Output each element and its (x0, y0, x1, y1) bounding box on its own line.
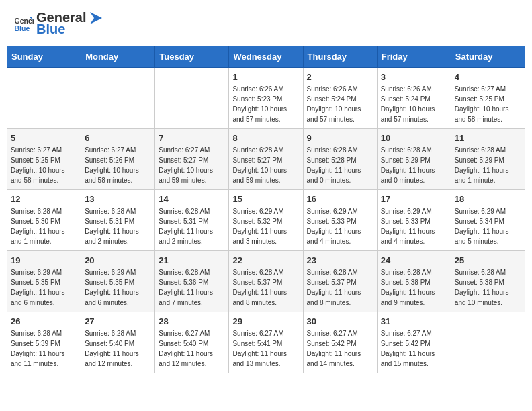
calendar-cell: 31Sunrise: 6:27 AMSunset: 5:42 PMDayligh… (377, 312, 451, 373)
daylight-text: Daylight: 10 hours and 57 minutes. (307, 104, 373, 124)
sunrise-text: Sunrise: 6:28 AM (307, 267, 373, 277)
weekday-header-row: SundayMondayTuesdayWednesdayThursdayFrid… (7, 46, 525, 68)
day-number: 2 (307, 72, 373, 82)
day-info: Sunrise: 6:29 AMSunset: 5:35 PMDaylight:… (11, 267, 77, 308)
sunrise-text: Sunrise: 6:29 AM (232, 206, 299, 216)
day-info: Sunrise: 6:28 AMSunset: 5:31 PMDaylight:… (85, 206, 151, 246)
calendar-cell: 5Sunrise: 6:27 AMSunset: 5:25 PMDaylight… (7, 129, 81, 190)
sunrise-text: Sunrise: 6:27 AM (11, 145, 77, 155)
sunset-text: Sunset: 5:37 PM (307, 277, 373, 287)
daylight-text: Daylight: 11 hours and 8 minutes. (307, 287, 373, 308)
daylight-text: Daylight: 11 hours and 2 minutes. (159, 226, 225, 246)
sunrise-text: Sunrise: 6:27 AM (232, 328, 299, 338)
daylight-text: Daylight: 11 hours and 1 minute. (11, 226, 77, 246)
day-info: Sunrise: 6:28 AMSunset: 5:40 PMDaylight:… (85, 328, 151, 369)
sunset-text: Sunset: 5:28 PM (307, 155, 373, 165)
page-header: General Blue General Blue (7, 7, 525, 40)
sunrise-text: Sunrise: 6:28 AM (11, 328, 77, 338)
sunrise-text: Sunrise: 6:28 AM (307, 145, 373, 155)
day-info: Sunrise: 6:29 AMSunset: 5:35 PMDaylight:… (85, 267, 151, 308)
day-info: Sunrise: 6:27 AMSunset: 5:42 PMDaylight:… (381, 328, 447, 369)
daylight-text: Daylight: 10 hours and 59 minutes. (232, 165, 299, 185)
sunset-text: Sunset: 5:40 PM (159, 338, 225, 349)
daylight-text: Daylight: 11 hours and 4 minutes. (381, 226, 447, 246)
sunset-text: Sunset: 5:29 PM (455, 155, 521, 165)
day-info: Sunrise: 6:27 AMSunset: 5:42 PMDaylight:… (307, 328, 373, 369)
sunrise-text: Sunrise: 6:28 AM (381, 267, 447, 277)
sunrise-text: Sunrise: 6:29 AM (307, 206, 373, 216)
day-number: 17 (381, 194, 447, 204)
day-number: 6 (85, 133, 151, 143)
day-number: 8 (232, 133, 299, 143)
daylight-text: Daylight: 11 hours and 6 minutes. (11, 287, 77, 308)
calendar-cell: 26Sunrise: 6:28 AMSunset: 5:39 PMDayligh… (7, 312, 81, 373)
daylight-text: Daylight: 11 hours and 9 minutes. (381, 287, 447, 308)
day-number: 10 (381, 133, 447, 143)
daylight-text: Daylight: 11 hours and 12 minutes. (159, 349, 225, 369)
sunset-text: Sunset: 5:39 PM (11, 338, 77, 349)
calendar-cell: 25Sunrise: 6:28 AMSunset: 5:38 PMDayligh… (451, 251, 525, 312)
calendar-cell: 7Sunrise: 6:27 AMSunset: 5:27 PMDaylight… (155, 129, 229, 190)
calendar-week-row: 1Sunrise: 6:26 AMSunset: 5:23 PMDaylight… (7, 68, 525, 129)
day-number: 27 (85, 316, 151, 326)
svg-text:Blue: Blue (15, 24, 30, 32)
sunrise-text: Sunrise: 6:27 AM (455, 84, 521, 94)
calendar-cell: 29Sunrise: 6:27 AMSunset: 5:41 PMDayligh… (229, 312, 303, 373)
calendar-week-row: 12Sunrise: 6:28 AMSunset: 5:30 PMDayligh… (7, 190, 525, 251)
day-number: 24 (381, 255, 447, 265)
sunset-text: Sunset: 5:41 PM (232, 338, 299, 349)
sunset-text: Sunset: 5:29 PM (381, 155, 447, 165)
sunrise-text: Sunrise: 6:27 AM (159, 328, 225, 338)
day-number: 4 (455, 72, 521, 82)
day-info: Sunrise: 6:28 AMSunset: 5:27 PMDaylight:… (232, 145, 299, 185)
sunrise-text: Sunrise: 6:26 AM (307, 84, 373, 94)
calendar-cell: 21Sunrise: 6:28 AMSunset: 5:36 PMDayligh… (155, 251, 229, 312)
calendar-cell: 23Sunrise: 6:28 AMSunset: 5:37 PMDayligh… (303, 251, 377, 312)
calendar-cell (155, 68, 229, 129)
day-info: Sunrise: 6:26 AMSunset: 5:24 PMDaylight:… (381, 84, 447, 124)
day-number: 3 (381, 72, 447, 82)
day-number: 22 (232, 255, 299, 265)
day-info: Sunrise: 6:26 AMSunset: 5:23 PMDaylight:… (232, 84, 299, 124)
calendar-cell: 8Sunrise: 6:28 AMSunset: 5:27 PMDaylight… (229, 129, 303, 190)
calendar-cell: 18Sunrise: 6:29 AMSunset: 5:34 PMDayligh… (451, 190, 525, 251)
logo-icon: General Blue (13, 13, 34, 34)
day-number: 23 (307, 255, 373, 265)
day-info: Sunrise: 6:29 AMSunset: 5:33 PMDaylight:… (381, 206, 447, 246)
day-info: Sunrise: 6:27 AMSunset: 5:40 PMDaylight:… (159, 328, 225, 369)
calendar-cell: 9Sunrise: 6:28 AMSunset: 5:28 PMDaylight… (303, 129, 377, 190)
calendar-cell: 30Sunrise: 6:27 AMSunset: 5:42 PMDayligh… (303, 312, 377, 373)
day-info: Sunrise: 6:29 AMSunset: 5:33 PMDaylight:… (307, 206, 373, 246)
sunset-text: Sunset: 5:27 PM (232, 155, 299, 165)
calendar-cell: 3Sunrise: 6:26 AMSunset: 5:24 PMDaylight… (377, 68, 451, 129)
calendar-cell: 10Sunrise: 6:28 AMSunset: 5:29 PMDayligh… (377, 129, 451, 190)
calendar-week-row: 5Sunrise: 6:27 AMSunset: 5:25 PMDaylight… (7, 129, 525, 190)
daylight-text: Daylight: 11 hours and 0 minutes. (381, 165, 447, 185)
day-number: 5 (11, 133, 77, 143)
daylight-text: Daylight: 11 hours and 7 minutes. (159, 287, 225, 308)
sunset-text: Sunset: 5:24 PM (381, 94, 447, 104)
daylight-text: Daylight: 11 hours and 15 minutes. (381, 349, 447, 369)
weekday-header-saturday: Saturday (451, 46, 525, 68)
day-info: Sunrise: 6:28 AMSunset: 5:29 PMDaylight:… (381, 145, 447, 185)
day-info: Sunrise: 6:28 AMSunset: 5:30 PMDaylight:… (11, 206, 77, 246)
weekday-header-sunday: Sunday (7, 46, 81, 68)
calendar-cell: 28Sunrise: 6:27 AMSunset: 5:40 PMDayligh… (155, 312, 229, 373)
day-number: 18 (455, 194, 521, 204)
sunset-text: Sunset: 5:38 PM (381, 277, 447, 287)
sunrise-text: Sunrise: 6:29 AM (455, 206, 521, 216)
sunset-text: Sunset: 5:37 PM (232, 277, 299, 287)
sunset-text: Sunset: 5:30 PM (11, 216, 77, 226)
sunset-text: Sunset: 5:33 PM (307, 216, 373, 226)
weekday-header-monday: Monday (81, 46, 155, 68)
daylight-text: Daylight: 11 hours and 14 minutes. (307, 349, 373, 369)
sunrise-text: Sunrise: 6:28 AM (455, 145, 521, 155)
calendar-cell (451, 312, 525, 373)
sunrise-text: Sunrise: 6:27 AM (85, 145, 151, 155)
day-info: Sunrise: 6:28 AMSunset: 5:38 PMDaylight:… (455, 267, 521, 308)
weekday-header-wednesday: Wednesday (229, 46, 303, 68)
day-info: Sunrise: 6:28 AMSunset: 5:28 PMDaylight:… (307, 145, 373, 185)
sunset-text: Sunset: 5:40 PM (85, 338, 151, 349)
calendar-cell: 15Sunrise: 6:29 AMSunset: 5:32 PMDayligh… (229, 190, 303, 251)
sunrise-text: Sunrise: 6:29 AM (85, 267, 151, 277)
